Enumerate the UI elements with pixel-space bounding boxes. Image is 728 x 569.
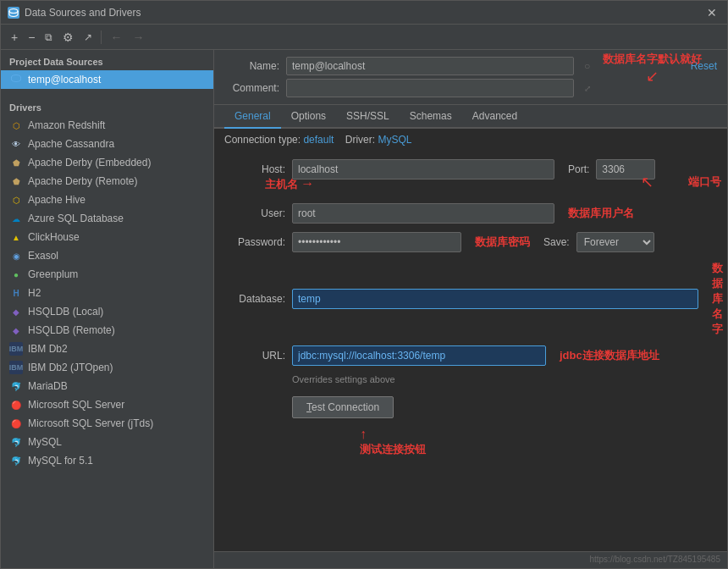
driver-apache-hive[interactable]: ⬡ Apache Hive	[1, 191, 213, 209]
host-input[interactable]	[292, 159, 554, 180]
db-icon	[9, 73, 23, 86]
test-connection-area: Test Connection ↑ 测试连接按钮	[224, 393, 717, 418]
database-input[interactable]	[292, 289, 698, 309]
driver-value[interactable]: MySQL	[378, 134, 411, 146]
azure-icon: ☁	[9, 212, 23, 225]
h2-icon: H	[9, 286, 23, 300]
form-area: Host: Port: 端口号 ↖ 主机名 → User:	[214, 151, 727, 551]
driver-label: Azure SQL Database	[28, 213, 124, 224]
tabs-bar: General Options SSH/SSL Schemas Advanced	[214, 105, 727, 129]
name-label: Name:	[224, 60, 279, 72]
forward-button[interactable]: →	[129, 29, 147, 46]
export-button[interactable]: ↗	[80, 30, 96, 45]
driver-label: Apache Cassandra	[28, 138, 114, 150]
mysql-icon: 🐬	[9, 435, 23, 449]
driver-label: Apache Hive	[28, 194, 85, 206]
annotation-port: 端口号	[688, 174, 721, 190]
sidebar-divider	[1, 89, 213, 96]
driver-apache-derby-embedded[interactable]: ⬟ Apache Derby (Embedded)	[1, 153, 213, 172]
title-bar-left: Data Sources and Drivers	[8, 7, 141, 19]
save-select[interactable]: Forever Until restart Never	[576, 232, 654, 252]
annotation-password: 数据库密码	[475, 235, 530, 250]
tab-general[interactable]: General	[224, 105, 281, 129]
driver-greenplum[interactable]: ● Greenplum	[1, 265, 213, 284]
database-row: Database: 数据库名字	[224, 261, 717, 337]
driver-ibm-db2[interactable]: IBM IBM Db2	[1, 340, 213, 358]
window: Data Sources and Drivers ✕ + − ⧉ ⚙ ↗ ← →…	[0, 0, 728, 569]
driver-hsqldb-remote[interactable]: ◆ HSQLDB (Remote)	[1, 321, 213, 340]
driver-label: Exasol	[28, 250, 58, 262]
driver-label: Microsoft SQL Server (jTds)	[28, 417, 153, 429]
ibm-jtopen-icon: IBM	[9, 361, 23, 374]
clickhouse-icon: ▲	[9, 230, 23, 244]
sidebar: Project Data Sources temp@localhost Driv…	[1, 50, 214, 568]
derby-remote-icon: ⬟	[9, 174, 23, 188]
comment-label: Comment:	[224, 82, 279, 94]
password-label: Password:	[224, 236, 285, 248]
comment-input[interactable]	[286, 79, 574, 97]
annotation-jdbc: jdbc连接数据库地址	[560, 348, 659, 363]
database-label: Database:	[224, 293, 285, 305]
footer-bar: https://blog.csdn.net/TZ845195485	[214, 551, 727, 568]
add-button[interactable]: +	[8, 29, 21, 46]
user-input[interactable]	[292, 203, 554, 224]
exasol-icon: ◉	[9, 249, 23, 262]
connection-type-value[interactable]: default	[303, 134, 334, 146]
driver-apache-derby-remote[interactable]: ⬟ Apache Derby (Remote)	[1, 172, 213, 191]
test-connection-button[interactable]: Test Connection	[292, 396, 394, 418]
ibm-icon: IBM	[9, 342, 23, 356]
close-button[interactable]: ✕	[703, 6, 720, 19]
user-row: User: 数据库用户名	[224, 203, 717, 224]
annotation-hostname: 主机名 →	[265, 176, 314, 192]
driver-mysql[interactable]: 🐬 MySQL	[1, 433, 213, 451]
driver-mariadb[interactable]: 🐬 MariaDB	[1, 377, 213, 395]
driver-label: Driver:	[345, 134, 375, 146]
mssql-jtds-icon: 🔴	[9, 417, 23, 430]
connection-type-label: Connection type:	[224, 134, 301, 146]
settings-button[interactable]: ⚙	[59, 29, 77, 46]
driver-label: Microsoft SQL Server	[28, 399, 124, 411]
port-label-text: Port:	[568, 163, 589, 175]
window-title: Data Sources and Drivers	[25, 7, 141, 19]
remove-button[interactable]: −	[25, 29, 38, 46]
connection-type-bar: Connection type: default Driver: MySQL	[214, 129, 727, 151]
driver-label: Amazon Redshift	[28, 119, 105, 131]
greenplum-icon: ●	[9, 268, 23, 281]
driver-label: MariaDB	[28, 380, 68, 392]
svg-point-0	[9, 8, 18, 13]
url-input[interactable]	[292, 345, 546, 366]
host-label: Host:	[224, 163, 285, 175]
name-input[interactable]	[286, 57, 574, 75]
tab-options[interactable]: Options	[281, 105, 336, 129]
driver-mysql-51[interactable]: 🐬 MySQL for 5.1	[1, 451, 213, 470]
driver-label: HSQLDB (Remote)	[28, 324, 115, 336]
tab-schemas[interactable]: Schemas	[400, 105, 462, 129]
back-button[interactable]: ←	[107, 29, 125, 46]
driver-azure-sql[interactable]: ☁ Azure SQL Database	[1, 209, 213, 228]
driver-clickhouse[interactable]: ▲ ClickHouse	[1, 228, 213, 246]
driver-label: Apache Derby (Embedded)	[28, 157, 151, 168]
driver-mssql-jtds[interactable]: 🔴 Microsoft SQL Server (jTds)	[1, 414, 213, 433]
password-row: Password: 数据库密码 Save: Forever Until rest…	[224, 232, 717, 252]
project-item-localhost[interactable]: temp@localhost	[1, 70, 213, 89]
tab-ssh-ssl[interactable]: SSH/SSL	[336, 105, 400, 129]
driver-ibm-db2-jtopen[interactable]: IBM IBM Db2 (JTOpen)	[1, 358, 213, 377]
port-arrow: ↖	[641, 173, 654, 191]
driver-mssql[interactable]: 🔴 Microsoft SQL Server	[1, 395, 213, 414]
hsqldb-local-icon: ◆	[9, 305, 23, 318]
driver-exasol[interactable]: ◉ Exasol	[1, 246, 213, 265]
driver-hsqldb-local[interactable]: ◆ HSQLDB (Local)	[1, 302, 213, 321]
url-row: URL: jdbc连接数据库地址	[224, 345, 717, 366]
annotation-test: ↑ 测试连接按钮	[360, 427, 426, 457]
tab-advanced[interactable]: Advanced	[462, 105, 527, 129]
main-content: Project Data Sources temp@localhost Driv…	[1, 50, 727, 568]
password-input[interactable]	[292, 232, 461, 252]
driver-h2[interactable]: H H2	[1, 284, 213, 302]
footer-url: https://blog.csdn.net/TZ845195485	[589, 555, 720, 564]
driver-apache-cassandra[interactable]: 👁 Apache Cassandra	[1, 135, 213, 153]
redshift-icon: ⬡	[9, 119, 23, 132]
annotation-user: 数据库用户名	[568, 206, 634, 221]
copy-button[interactable]: ⧉	[41, 30, 56, 45]
annotation-dbname: 数据库名字	[712, 261, 723, 337]
driver-amazon-redshift[interactable]: ⬡ Amazon Redshift	[1, 116, 213, 135]
